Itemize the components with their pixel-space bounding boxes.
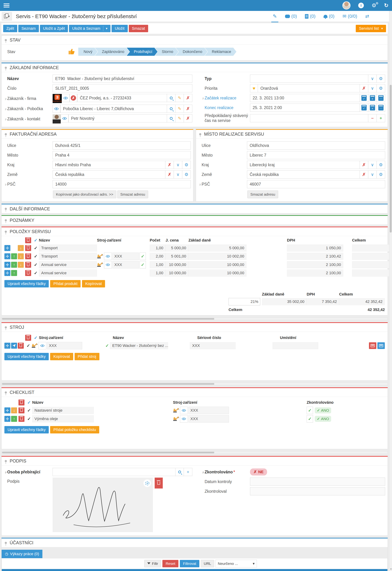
zkontroloval-input[interactable] [250, 487, 385, 495]
calculator-icon[interactable] [377, 342, 385, 349]
kraj-input[interactable] [247, 161, 360, 169]
scroll-down-arrow[interactable]: ▼ [390, 568, 392, 570]
row-machine[interactable]: XXX [112, 261, 139, 269]
sync-icon[interactable]: ↻ [384, 3, 389, 8]
delete-row-icon[interactable] [25, 245, 31, 251]
copy-button[interactable]: Kopírovat [50, 353, 73, 360]
edit-icon[interactable]: ✎ [175, 105, 184, 113]
mesto-input[interactable] [247, 151, 385, 159]
delete-all-icon[interactable] [25, 237, 31, 243]
tab-documents[interactable]: (0) [305, 14, 316, 19]
calendar-check-icon[interactable]: ✓ [360, 94, 368, 102]
kontakt-input[interactable] [68, 114, 167, 122]
row-check-icon[interactable]: ✓ [32, 271, 39, 275]
chevron-down-icon[interactable]: ∨ [368, 161, 377, 169]
pin-icon[interactable] [5, 67, 7, 69]
move-icon[interactable] [4, 407, 10, 414]
row-check-icon[interactable]: ✓ [32, 254, 39, 259]
settings-gears-icon[interactable]: ⚙ [182, 161, 191, 169]
checked-checkbox[interactable]: ✓ [307, 407, 313, 414]
add-record-icon[interactable]: + [4, 570, 7, 571]
move-icon[interactable] [4, 343, 10, 349]
pin-icon[interactable] [5, 39, 7, 41]
clear-icon[interactable]: ✗ [165, 161, 174, 169]
chevron-down-icon[interactable]: ∨ [368, 171, 377, 179]
row-check-icon[interactable]: ✓ [26, 416, 32, 421]
pobocka-input[interactable] [60, 105, 167, 113]
tab-mail[interactable]: ✉(0/0) [343, 14, 357, 19]
row-machine[interactable]: XXX [112, 253, 139, 260]
settings-gears-icon[interactable]: ⚙ [182, 171, 191, 179]
cas-input[interactable] [250, 114, 368, 122]
datum-kontroly-input[interactable] [250, 478, 385, 486]
filtrovat-button[interactable]: Filtrovat [180, 560, 199, 567]
clear-icon[interactable]: ✗ [184, 105, 192, 113]
minus-icon[interactable]: − [368, 114, 377, 122]
move-icon[interactable] [4, 270, 10, 276]
delete-row-icon[interactable] [18, 416, 25, 422]
arrow-down-icon[interactable]: ↓ [11, 407, 17, 414]
arrow-up-icon[interactable]: ↑ [11, 416, 17, 422]
clear-icon[interactable]: ✗ [360, 171, 368, 179]
step-novy[interactable]: Nový [78, 48, 98, 56]
arrow-up-icon[interactable]: ↑ [11, 253, 17, 259]
calendar-icon[interactable]: ⋯ [377, 104, 385, 112]
priorita-input[interactable] [258, 84, 360, 92]
firma-input[interactable] [77, 94, 167, 102]
edit-all-rows-button[interactable]: Upravit všechny řádky [4, 280, 49, 287]
clear-icon[interactable]: ✗ [184, 94, 192, 102]
step-reklamace[interactable]: Reklamace [205, 48, 236, 56]
plus-icon[interactable]: + [184, 468, 192, 476]
vat-input[interactable]: 21% [229, 298, 260, 305]
checked-checkbox[interactable]: ✓ [307, 415, 313, 423]
clear-icon[interactable]: ✗ [360, 161, 368, 169]
chevron-down-icon[interactable]: ∨ [368, 84, 377, 92]
clear-icon[interactable]: ✗ [165, 171, 174, 179]
tab-alerts[interactable]: (0) [324, 14, 334, 19]
settings-gears-icon[interactable]: ⚙⚙ [372, 3, 376, 8]
arrow-down-icon[interactable]: ↓ [18, 253, 24, 259]
back-button[interactable]: Zpět [3, 25, 17, 32]
delete-button[interactable]: Smazat [129, 25, 148, 32]
konec-input[interactable] [250, 104, 360, 112]
chevron-down-icon[interactable]: ∨ [174, 171, 182, 179]
pin-icon[interactable] [5, 542, 7, 544]
delete-address-button[interactable]: Smazat adresu [247, 190, 278, 198]
eye-icon[interactable] [62, 94, 70, 102]
zeme-input[interactable] [247, 171, 360, 179]
plus-icon[interactable]: + [377, 114, 385, 122]
signature-pad[interactable] [53, 478, 153, 532]
copy-address-button[interactable]: Kopírovat jako doručovací adrs. >> [53, 190, 116, 198]
horizontal-scrollbar[interactable] [1, 451, 388, 454]
expand-signature-icon[interactable] [143, 479, 151, 487]
move-icon[interactable] [4, 253, 10, 259]
tab-comments[interactable]: (0) [285, 14, 297, 19]
tab-vykazy-prace[interactable]: ◷ Výkazy práce (0) [1, 550, 43, 558]
zacatek-input[interactable] [250, 94, 360, 102]
save-list-dropdown[interactable]: Uložit a Seznam▾ [69, 25, 111, 32]
compare-icon[interactable]: ⇄ [365, 14, 369, 19]
search-icon[interactable] [175, 468, 184, 476]
eye-icon[interactable] [39, 342, 46, 349]
zacatek-label[interactable]: pZačátek realizace [199, 96, 250, 100]
ulice-input[interactable] [247, 142, 385, 150]
arrow-up-icon[interactable]: ↑ [11, 262, 17, 268]
arrow-down-icon[interactable]: ↓ [18, 245, 24, 251]
refresh-icon[interactable]: ↻ [381, 570, 385, 571]
eye-icon[interactable] [104, 253, 112, 260]
eye-icon[interactable] [104, 261, 112, 269]
unlink-icon[interactable]: ✗ [70, 94, 77, 102]
chevron-down-icon[interactable]: ∨ [174, 161, 182, 169]
typ-input[interactable] [250, 75, 368, 83]
pin-icon[interactable] [5, 208, 7, 210]
konec-label[interactable]: Konec realizace [199, 105, 250, 110]
horizontal-scrollbar[interactable] [1, 317, 388, 320]
osoba-input[interactable] [53, 468, 175, 476]
kraj-input[interactable] [53, 161, 165, 169]
step-storno[interactable]: Storno [155, 48, 179, 56]
move-icon[interactable] [4, 416, 10, 422]
save-back-button[interactable]: Uložit a Zpět [40, 25, 68, 32]
copy-button[interactable]: Kopírovat [82, 280, 105, 287]
calendar-icon[interactable]: ⋯ [377, 94, 385, 102]
delete-row-icon[interactable] [18, 407, 25, 414]
